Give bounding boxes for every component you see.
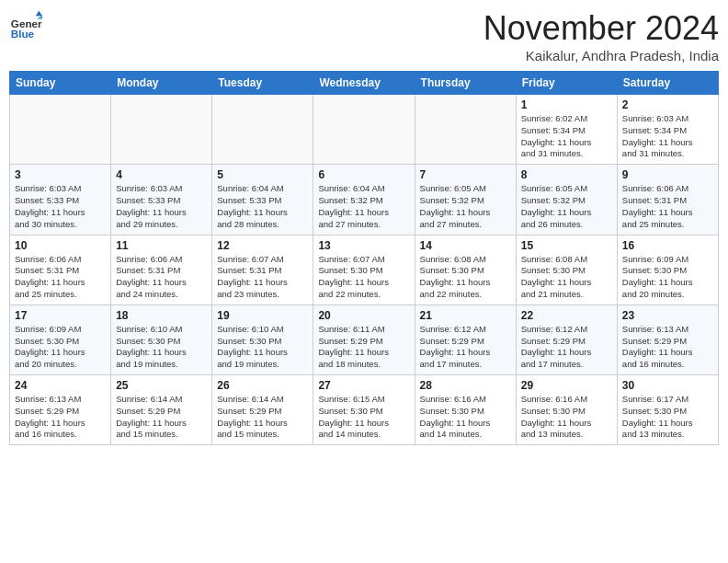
calendar-cell <box>415 95 516 165</box>
day-number: 2 <box>622 98 713 111</box>
day-number: 17 <box>15 309 106 322</box>
weekday-header-sunday: Sunday <box>10 72 111 95</box>
day-info: Sunrise: 6:16 AMSunset: 5:30 PMDaylight:… <box>420 394 511 441</box>
day-info: Sunrise: 6:09 AMSunset: 5:30 PMDaylight:… <box>622 254 713 301</box>
calendar-cell <box>111 95 212 165</box>
day-info: Sunrise: 6:06 AMSunset: 5:31 PMDaylight:… <box>15 254 106 301</box>
day-number: 8 <box>521 168 612 181</box>
day-info: Sunrise: 6:12 AMSunset: 5:29 PMDaylight:… <box>420 324 511 371</box>
day-number: 9 <box>622 168 713 181</box>
weekday-header-thursday: Thursday <box>415 72 516 95</box>
calendar-cell: 11Sunrise: 6:06 AMSunset: 5:31 PMDayligh… <box>111 235 212 304</box>
day-info: Sunrise: 6:05 AMSunset: 5:32 PMDaylight:… <box>521 183 612 230</box>
day-info: Sunrise: 6:05 AMSunset: 5:32 PMDaylight:… <box>420 183 511 230</box>
day-info: Sunrise: 6:06 AMSunset: 5:31 PMDaylight:… <box>622 183 713 230</box>
calendar-cell: 19Sunrise: 6:10 AMSunset: 5:30 PMDayligh… <box>212 304 313 374</box>
day-number: 16 <box>622 239 713 252</box>
calendar-cell: 2Sunrise: 6:03 AMSunset: 5:34 PMDaylight… <box>617 95 718 165</box>
day-number: 25 <box>116 379 207 392</box>
calendar-cell: 13Sunrise: 6:07 AMSunset: 5:30 PMDayligh… <box>313 235 415 304</box>
day-info: Sunrise: 6:10 AMSunset: 5:30 PMDaylight:… <box>217 324 308 371</box>
day-number: 28 <box>420 379 511 392</box>
day-number: 1 <box>521 98 612 111</box>
day-number: 11 <box>116 239 207 252</box>
day-info: Sunrise: 6:04 AMSunset: 5:33 PMDaylight:… <box>217 183 308 230</box>
day-number: 29 <box>521 379 612 392</box>
day-number: 22 <box>521 309 612 322</box>
calendar-cell: 4Sunrise: 6:03 AMSunset: 5:33 PMDaylight… <box>111 165 212 235</box>
calendar-cell: 6Sunrise: 6:04 AMSunset: 5:32 PMDaylight… <box>313 165 415 235</box>
calendar-cell: 16Sunrise: 6:09 AMSunset: 5:30 PMDayligh… <box>617 235 718 304</box>
calendar-cell: 9Sunrise: 6:06 AMSunset: 5:31 PMDaylight… <box>617 165 718 235</box>
calendar-cell <box>212 95 313 165</box>
page-header: General Blue November 2024 Kaikalur, And… <box>9 9 719 63</box>
day-number: 6 <box>318 168 409 181</box>
day-info: Sunrise: 6:10 AMSunset: 5:30 PMDaylight:… <box>116 324 207 371</box>
weekday-header-saturday: Saturday <box>617 72 718 95</box>
week-row-3: 10Sunrise: 6:06 AMSunset: 5:31 PMDayligh… <box>10 235 719 304</box>
day-info: Sunrise: 6:14 AMSunset: 5:29 PMDaylight:… <box>217 394 308 441</box>
day-info: Sunrise: 6:13 AMSunset: 5:29 PMDaylight:… <box>15 394 106 441</box>
day-info: Sunrise: 6:14 AMSunset: 5:29 PMDaylight:… <box>116 394 207 441</box>
title-block: November 2024 Kaikalur, Andhra Pradesh, … <box>483 9 719 63</box>
logo: General Blue <box>9 9 42 42</box>
day-info: Sunrise: 6:02 AMSunset: 5:34 PMDaylight:… <box>521 113 612 160</box>
calendar-cell: 25Sunrise: 6:14 AMSunset: 5:29 PMDayligh… <box>111 375 212 445</box>
day-info: Sunrise: 6:03 AMSunset: 5:33 PMDaylight:… <box>15 183 106 230</box>
calendar-cell: 23Sunrise: 6:13 AMSunset: 5:29 PMDayligh… <box>617 304 718 374</box>
day-info: Sunrise: 6:03 AMSunset: 5:34 PMDaylight:… <box>622 113 713 160</box>
week-row-1: 1Sunrise: 6:02 AMSunset: 5:34 PMDaylight… <box>10 95 719 165</box>
calendar-cell: 29Sunrise: 6:16 AMSunset: 5:30 PMDayligh… <box>516 375 617 445</box>
calendar-cell: 15Sunrise: 6:08 AMSunset: 5:30 PMDayligh… <box>516 235 617 304</box>
day-info: Sunrise: 6:17 AMSunset: 5:30 PMDaylight:… <box>622 394 713 441</box>
day-info: Sunrise: 6:09 AMSunset: 5:30 PMDaylight:… <box>15 324 106 371</box>
day-number: 26 <box>217 379 308 392</box>
calendar-cell: 27Sunrise: 6:15 AMSunset: 5:30 PMDayligh… <box>313 375 415 445</box>
week-row-5: 24Sunrise: 6:13 AMSunset: 5:29 PMDayligh… <box>10 375 719 445</box>
week-row-4: 17Sunrise: 6:09 AMSunset: 5:30 PMDayligh… <box>10 304 719 374</box>
day-info: Sunrise: 6:15 AMSunset: 5:30 PMDaylight:… <box>318 394 409 441</box>
calendar-cell: 3Sunrise: 6:03 AMSunset: 5:33 PMDaylight… <box>10 165 111 235</box>
day-number: 12 <box>217 239 308 252</box>
calendar-cell: 28Sunrise: 6:16 AMSunset: 5:30 PMDayligh… <box>415 375 516 445</box>
day-number: 27 <box>318 379 409 392</box>
day-info: Sunrise: 6:08 AMSunset: 5:30 PMDaylight:… <box>521 254 612 301</box>
day-info: Sunrise: 6:07 AMSunset: 5:31 PMDaylight:… <box>217 254 308 301</box>
day-info: Sunrise: 6:12 AMSunset: 5:29 PMDaylight:… <box>521 324 612 371</box>
weekday-header-row: SundayMondayTuesdayWednesdayThursdayFrid… <box>10 72 719 95</box>
day-number: 4 <box>116 168 207 181</box>
calendar-cell: 26Sunrise: 6:14 AMSunset: 5:29 PMDayligh… <box>212 375 313 445</box>
day-number: 3 <box>15 168 106 181</box>
day-info: Sunrise: 6:16 AMSunset: 5:30 PMDaylight:… <box>521 394 612 441</box>
day-number: 14 <box>420 239 511 252</box>
calendar-cell: 8Sunrise: 6:05 AMSunset: 5:32 PMDaylight… <box>516 165 617 235</box>
day-number: 13 <box>318 239 409 252</box>
calendar-cell: 22Sunrise: 6:12 AMSunset: 5:29 PMDayligh… <box>516 304 617 374</box>
day-info: Sunrise: 6:06 AMSunset: 5:31 PMDaylight:… <box>116 254 207 301</box>
weekday-header-tuesday: Tuesday <box>212 72 313 95</box>
day-number: 15 <box>521 239 612 252</box>
day-number: 18 <box>116 309 207 322</box>
week-row-2: 3Sunrise: 6:03 AMSunset: 5:33 PMDaylight… <box>10 165 719 235</box>
calendar-cell: 21Sunrise: 6:12 AMSunset: 5:29 PMDayligh… <box>415 304 516 374</box>
day-info: Sunrise: 6:07 AMSunset: 5:30 PMDaylight:… <box>318 254 409 301</box>
calendar-cell: 7Sunrise: 6:05 AMSunset: 5:32 PMDaylight… <box>415 165 516 235</box>
location-subtitle: Kaikalur, Andhra Pradesh, India <box>483 48 719 63</box>
calendar-cell: 5Sunrise: 6:04 AMSunset: 5:33 PMDaylight… <box>212 165 313 235</box>
day-number: 23 <box>622 309 713 322</box>
day-info: Sunrise: 6:08 AMSunset: 5:30 PMDaylight:… <box>420 254 511 301</box>
logo-icon: General Blue <box>9 9 42 42</box>
day-number: 30 <box>622 379 713 392</box>
day-info: Sunrise: 6:04 AMSunset: 5:32 PMDaylight:… <box>318 183 409 230</box>
calendar-cell <box>10 95 111 165</box>
svg-marker-2 <box>36 11 42 16</box>
day-info: Sunrise: 6:03 AMSunset: 5:33 PMDaylight:… <box>116 183 207 230</box>
calendar-cell: 30Sunrise: 6:17 AMSunset: 5:30 PMDayligh… <box>617 375 718 445</box>
day-number: 20 <box>318 309 409 322</box>
calendar-cell: 10Sunrise: 6:06 AMSunset: 5:31 PMDayligh… <box>10 235 111 304</box>
day-info: Sunrise: 6:11 AMSunset: 5:29 PMDaylight:… <box>318 324 409 371</box>
calendar-cell <box>313 95 415 165</box>
day-number: 19 <box>217 309 308 322</box>
calendar-cell: 24Sunrise: 6:13 AMSunset: 5:29 PMDayligh… <box>10 375 111 445</box>
calendar-table: SundayMondayTuesdayWednesdayThursdayFrid… <box>9 71 719 445</box>
